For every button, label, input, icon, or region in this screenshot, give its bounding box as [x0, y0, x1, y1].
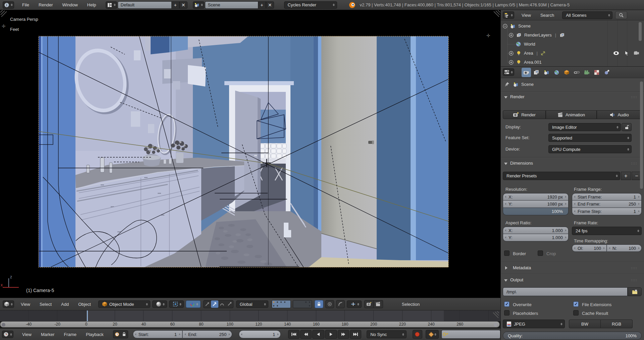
interaction-mode-select[interactable]: Object Mode [98, 300, 150, 308]
layer-group-2[interactable] [293, 300, 312, 308]
properties-scrollbar[interactable] [640, 81, 643, 189]
tab-render[interactable] [522, 68, 531, 77]
preset-add-button[interactable]: + [621, 172, 631, 180]
snap-toggle[interactable] [347, 300, 362, 308]
menu-tl-marker[interactable]: Marker [36, 332, 59, 337]
menu-3d-object[interactable]: Object [73, 302, 96, 307]
transform-orientation-select[interactable]: Global [236, 300, 268, 308]
close-layout-button[interactable]: ✕ [179, 1, 187, 9]
current-frame-field[interactable]: 1 [239, 330, 281, 338]
frame-end-field[interactable]: End:250 [182, 330, 232, 338]
feature-set-select[interactable]: Supported [548, 134, 632, 142]
keying-set-select[interactable] [426, 330, 439, 339]
panel-grip[interactable] [631, 162, 638, 165]
layers-widget[interactable] [272, 300, 312, 308]
outliner-row-world[interactable]: World [501, 40, 644, 49]
add-layout-button[interactable]: + [171, 1, 179, 9]
scale-manip-icon[interactable] [227, 301, 232, 307]
jump-end-button[interactable] [350, 330, 361, 339]
start-frame-field[interactable]: Start Frame:1 [572, 193, 642, 201]
rotate-manip-button[interactable] [211, 300, 218, 308]
lock-time-icon[interactable] [121, 332, 127, 337]
menu-tl-view[interactable]: View [17, 332, 36, 337]
panel-header-metadata[interactable]: Metadata [504, 265, 531, 270]
screen-layout-name[interactable]: Default [118, 1, 171, 9]
sync-mode-select[interactable]: No Sync [367, 330, 407, 338]
menu-3d-select[interactable]: Select [35, 302, 56, 307]
file-format-select[interactable]: JPEG [503, 320, 565, 328]
panel-header-dimensions[interactable]: Dimensions [504, 161, 533, 166]
editor-type-info[interactable]: i [3, 1, 14, 9]
arc-manip-icon[interactable] [219, 301, 225, 307]
next-keyframe-button[interactable] [338, 330, 349, 339]
editor-type-3dview[interactable] [3, 300, 14, 308]
outliner-row-scene[interactable]: Scene [501, 21, 644, 31]
aspect-y-field[interactable]: Y:1.000 [503, 234, 569, 241]
toolshelf-expand-icon[interactable]: ✛ [2, 23, 6, 29]
expand-icon[interactable] [509, 60, 514, 65]
manipulator-toggle[interactable] [186, 300, 201, 308]
frame-step-field[interactable]: Frame Step:1 [572, 208, 642, 215]
expand-icon[interactable] [509, 33, 514, 38]
resolution-x-field[interactable]: X:1920 px [503, 193, 569, 201]
render-button[interactable]: Render [503, 110, 546, 119]
outliner-row-area[interactable]: Area | [501, 49, 644, 58]
editor-type-timeline[interactable] [2, 331, 13, 338]
editor-type-properties[interactable] [503, 68, 514, 76]
menu-window[interactable]: Window [58, 2, 83, 7]
lock-to-scene-toggle[interactable] [315, 300, 323, 308]
pivot-point-select[interactable] [169, 300, 184, 308]
menu-tl-playback[interactable]: Playback [81, 332, 108, 337]
proportional-edit-toggle[interactable] [336, 300, 345, 308]
tab-scene[interactable] [542, 68, 551, 77]
outliner-menu-search[interactable]: Search [536, 13, 559, 18]
viewport-resize-grip-left[interactable] [0, 10, 7, 17]
render-engine-select[interactable]: Cycles Render [284, 1, 337, 9]
panel-grip[interactable] [631, 279, 638, 281]
panel-grip[interactable] [631, 267, 638, 269]
current-frame-indicator[interactable] [87, 310, 88, 321]
frame-start-field[interactable]: Start:1 [133, 330, 182, 338]
timeline-canvas[interactable] [0, 310, 500, 321]
viewport-shading-select[interactable] [152, 300, 167, 308]
audio-button[interactable]: Audio [597, 110, 642, 119]
border-checkbox[interactable] [504, 250, 509, 256]
viewport-3d[interactable]: z x Camera Persp Feet (1) Camera-5 ✛ ✛ [0, 10, 500, 298]
play-reverse-button[interactable] [312, 330, 324, 339]
panel-grip[interactable] [631, 96, 638, 98]
keying-set-active-field[interactable] [441, 330, 500, 339]
display-lock-button[interactable] [622, 123, 632, 131]
resolution-y-field[interactable]: Y:1080 px [503, 201, 569, 208]
outliner-row-renderlayers[interactable]: RenderLayers | [501, 31, 644, 40]
preview-range-clock-icon[interactable] [114, 332, 120, 337]
panel-header-render[interactable]: Render [504, 94, 525, 99]
close-scene-button[interactable]: ✕ [266, 1, 274, 9]
overwrite-checkbox[interactable] [504, 301, 509, 307]
cache-result-checkbox[interactable] [573, 310, 579, 316]
remap-old-field[interactable]: Ol:100 [572, 244, 607, 252]
autokey-record-button[interactable] [413, 330, 422, 339]
collapse-icon[interactable] [503, 24, 507, 29]
menu-3d-add[interactable]: Add [56, 302, 73, 307]
output-path-field[interactable]: /tmp\ [503, 287, 628, 296]
timeline-ruler[interactable]: -40-200204060801001201401601802002202402… [0, 321, 500, 328]
opengl-render-button[interactable] [364, 300, 374, 308]
resolution-scale-slider[interactable]: 100% [503, 208, 569, 215]
pin-icon[interactable] [504, 81, 510, 87]
panel-header-output[interactable]: Output [504, 277, 523, 282]
prev-keyframe-button[interactable] [300, 330, 312, 339]
placeholders-checkbox[interactable] [504, 310, 509, 316]
file-extensions-checkbox[interactable] [573, 301, 579, 307]
end-frame-field[interactable]: End Frame:250 [572, 201, 642, 208]
device-select[interactable]: GPU Compute [548, 145, 632, 153]
tab-object[interactable] [562, 68, 571, 77]
viewport-resize-grip[interactable] [494, 10, 500, 17]
menu-help[interactable]: Help [83, 2, 101, 7]
expand-icon[interactable] [509, 51, 514, 56]
screen-layout-icon-button[interactable] [106, 1, 117, 9]
tab-texture[interactable] [592, 68, 601, 77]
opengl-anim-button[interactable] [374, 300, 383, 308]
quality-slider[interactable]: Quality:100% [503, 332, 642, 340]
outliner-row-area001[interactable]: Area.001 [501, 58, 644, 66]
outliner-scope-select[interactable]: All Scenes [562, 11, 612, 19]
